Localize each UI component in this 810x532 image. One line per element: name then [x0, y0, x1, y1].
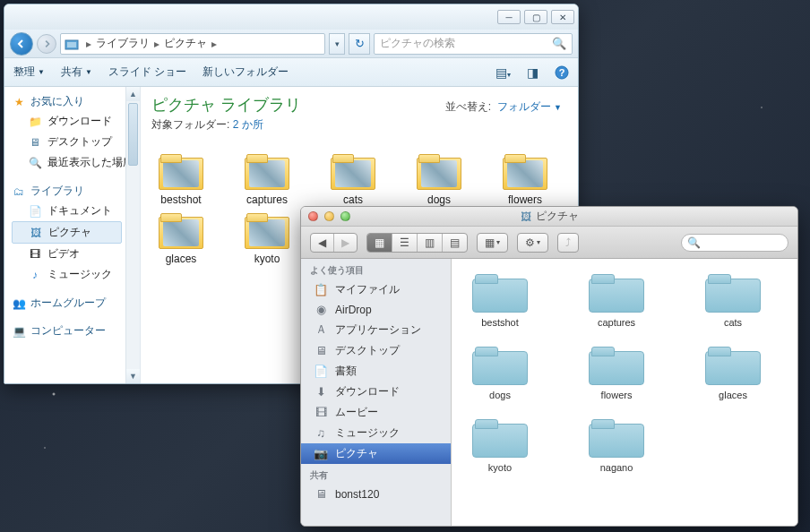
folder-item[interactable]: glaces — [151, 211, 211, 265]
forward-button[interactable]: ▶ — [334, 234, 357, 252]
windows-sidebar: ★お気に入り 📁ダウンロード 🖥デスクトップ 🔍最近表示した場所 🗂ライブラリ … — [4, 87, 141, 383]
folder-label: flowers — [601, 390, 633, 400]
chevron-right-icon: ▸ — [84, 38, 93, 50]
folder-item[interactable]: flowers — [495, 152, 555, 206]
folder-icon — [417, 152, 461, 190]
breadcrumb[interactable]: ▸ ライブラリ ▸ ピクチャ ▸ — [60, 33, 325, 55]
close-button[interactable] — [308, 211, 318, 221]
sidebar-computer-header[interactable]: 💻コンピューター — [12, 322, 138, 340]
sort-control[interactable]: 並べ替え: フォルダー ▼ — [445, 99, 562, 115]
arrange-button[interactable]: ▦ ▾ — [477, 233, 508, 253]
sidebar-favorites-header[interactable]: ★お気に入り — [12, 92, 138, 111]
chevron-down-icon: ▼ — [38, 68, 45, 76]
zoom-button[interactable] — [340, 211, 350, 221]
column-view-button[interactable]: ▥ — [418, 234, 443, 252]
desktop-icon: 🖥 — [28, 136, 42, 149]
folder-label: captures — [598, 317, 635, 328]
view-options-button[interactable]: ▤▾ — [495, 65, 511, 80]
maximize-button[interactable]: ▢ — [524, 10, 547, 24]
share-menu[interactable]: 共有▼ — [61, 64, 92, 80]
sidebar-item-myfiles[interactable]: 📋マイファイル — [301, 279, 451, 300]
sidebar-item-downloads[interactable]: 📁ダウンロード — [12, 111, 138, 132]
organize-menu[interactable]: 整理▼ — [13, 64, 45, 80]
sidebar-item-pictures[interactable]: 🖼ピクチャ — [12, 221, 122, 244]
share-button[interactable]: ⤴ — [557, 233, 579, 253]
sidebar-homegroup-header[interactable]: 👥ホームグループ — [12, 294, 138, 313]
folder-item[interactable]: kyoto — [237, 211, 297, 265]
folder-item[interactable]: bestshot — [151, 152, 211, 206]
sidebar-item-applications[interactable]: Ａアプリケーション — [301, 319, 451, 340]
search-icon: 🔍 — [687, 236, 701, 249]
search-icon: 🔍 — [552, 37, 566, 50]
myfiles-icon: 📋 — [314, 283, 328, 296]
breadcrumb-seg-libraries[interactable]: ライブラリ — [93, 36, 152, 51]
folder-item[interactable]: captures — [581, 271, 652, 328]
sidebar-item-airdrop[interactable]: ◉AirDrop — [301, 300, 451, 319]
back-button[interactable]: ◀ — [311, 234, 334, 252]
help-button[interactable]: ? — [555, 65, 569, 80]
library-locations-link[interactable]: 2 か所 — [233, 118, 263, 131]
search-input[interactable]: ピクチャの検索 🔍 — [374, 33, 573, 55]
folder-item[interactable]: cats — [697, 271, 769, 328]
slideshow-button[interactable]: スライド ショー — [108, 64, 186, 80]
folder-label: glaces — [719, 390, 747, 400]
sidebar-item-movies[interactable]: 🎞ムービー — [301, 402, 451, 423]
chevron-right-icon: ▸ — [210, 38, 219, 50]
icon-view-button[interactable]: ▦ — [367, 234, 392, 252]
sidebar-libraries-header[interactable]: 🗂ライブラリ — [12, 182, 138, 201]
folder-item[interactable]: nagano — [581, 416, 652, 473]
mac-titlebar: 🖼 ピクチャ — [301, 207, 797, 227]
sidebar-item-videos[interactable]: 🎞ビデオ — [12, 244, 138, 264]
computer-icon: 💻 — [12, 325, 26, 338]
scroll-down-icon[interactable]: ▼ — [126, 369, 140, 383]
sidebar-item-documents[interactable]: 📄ドキュメント — [12, 201, 138, 221]
forward-button[interactable] — [37, 34, 56, 54]
folder-item[interactable]: dogs — [464, 344, 536, 400]
folder-icon — [705, 271, 761, 313]
sidebar-item-shared-host[interactable]: 🖥bonst120 — [301, 485, 451, 503]
sidebar-item-desktop[interactable]: 🖥デスクトップ — [12, 132, 138, 152]
minimize-button[interactable]: ─ — [497, 10, 521, 24]
coverflow-view-button[interactable]: ▤ — [443, 234, 467, 252]
breadcrumb-dropdown[interactable]: ▾ — [329, 33, 345, 55]
folder-icon — [472, 271, 528, 313]
scrollbar-thumb[interactable] — [128, 103, 138, 166]
folder-icon — [472, 416, 528, 458]
sidebar-item-pictures[interactable]: 📷ピクチャ — [301, 443, 451, 464]
refresh-button[interactable]: ↻ — [349, 33, 370, 55]
folder-label: bestshot — [481, 317, 519, 328]
sidebar-item-desktop[interactable]: 🖥デスクトップ — [301, 340, 451, 361]
new-folder-button[interactable]: 新しいフォルダー — [202, 64, 289, 80]
folder-item[interactable]: glaces — [697, 344, 769, 400]
folder-item[interactable]: cats — [323, 152, 383, 206]
sidebar-item-music[interactable]: ♪ミュージック — [12, 264, 138, 285]
sidebar-item-recent[interactable]: 🔍最近表示した場所 — [12, 152, 138, 173]
folder-item[interactable]: captures — [237, 152, 297, 206]
minimize-button[interactable] — [324, 211, 334, 221]
folder-icon — [159, 211, 203, 249]
music-icon: ♪ — [28, 269, 42, 281]
applications-icon: Ａ — [314, 322, 328, 338]
folder-item[interactable]: bestshot — [464, 271, 536, 328]
folder-icon — [159, 152, 203, 190]
close-button[interactable]: ✕ — [551, 10, 574, 24]
mac-window-title: ピクチャ — [536, 209, 579, 224]
folder-label: captures — [246, 193, 288, 206]
mac-traffic-lights — [308, 211, 350, 221]
folder-item[interactable]: dogs — [409, 152, 469, 206]
folder-item[interactable]: kyoto — [464, 416, 536, 473]
preview-pane-button[interactable]: ◨ — [527, 65, 539, 80]
scroll-up-icon[interactable]: ▲ — [126, 87, 140, 101]
sidebar-scrollbar[interactable]: ▲ ▼ — [125, 87, 140, 383]
folder-label: dogs — [489, 390, 511, 400]
back-button[interactable] — [10, 32, 33, 56]
list-view-button[interactable]: ☰ — [392, 234, 418, 252]
chevron-down-icon: ▼ — [85, 68, 92, 76]
sidebar-item-music[interactable]: ♫ミュージック — [301, 423, 451, 443]
sidebar-item-documents[interactable]: 📄書類 — [301, 361, 451, 382]
search-input[interactable]: 🔍 — [681, 234, 788, 252]
folder-item[interactable]: flowers — [581, 344, 652, 400]
action-button[interactable]: ⚙ ▾ — [517, 233, 548, 253]
sidebar-item-downloads[interactable]: ⬇ダウンロード — [301, 382, 451, 402]
breadcrumb-seg-pictures[interactable]: ピクチャ — [161, 36, 210, 51]
